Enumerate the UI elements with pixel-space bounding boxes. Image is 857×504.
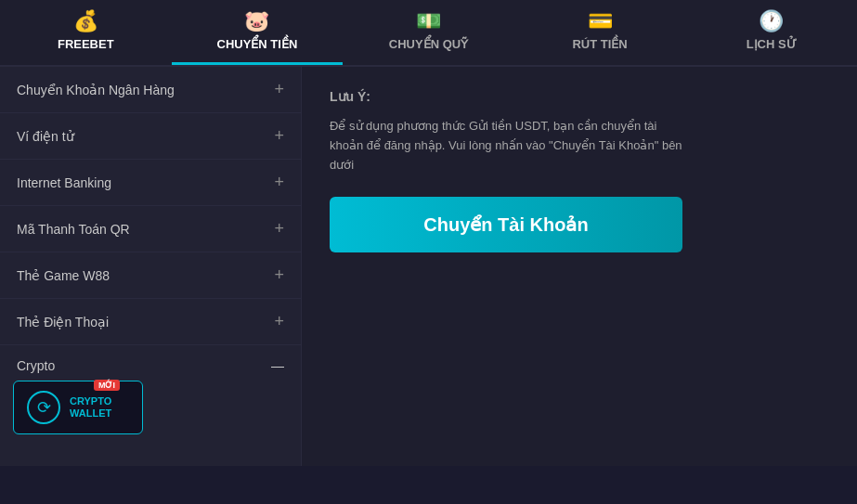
main-content: Chuyển Khoản Ngân Hàng + Ví điện tử + In… xyxy=(0,67,857,466)
crypto-label: Crypto xyxy=(17,358,55,373)
sidebar-item-the-dien-thoai[interactable]: Thẻ Điện Thoại + xyxy=(0,299,301,345)
chuyen-tien-icon: 🐷 xyxy=(244,11,269,32)
tab-lich-su-label: LỊCH SỬ xyxy=(747,37,797,51)
tab-chuyen-quy[interactable]: 💵 CHUYỂN QUỸ xyxy=(343,0,514,65)
transfer-account-button[interactable]: Chuyển Tài Khoản xyxy=(330,197,682,252)
sidebar-label-vi-dien-tu: Ví điện tử xyxy=(17,129,74,144)
top-navigation: 💰 FREEBET 🐷 CHUYỂN TIỀN 💵 CHUYỂN QUỸ 💳 R… xyxy=(0,0,857,67)
crypto-wallet-text: CRYPTO WALLET xyxy=(70,395,111,420)
new-badge: MỚI xyxy=(94,380,120,391)
lich-su-icon: 🕐 xyxy=(759,11,784,32)
tab-rut-tien-label: RÚT TIỀN xyxy=(572,37,627,51)
sidebar-item-the-game[interactable]: Thẻ Game W88 + xyxy=(0,252,301,299)
right-panel: Lưu Ý: Để sử dụng phương thức Gửi tiền U… xyxy=(302,67,857,466)
rut-tien-icon: 💳 xyxy=(588,11,613,32)
expand-icon-4: + xyxy=(274,265,284,285)
tab-lich-su[interactable]: 🕐 LỊCH SỬ xyxy=(685,0,857,65)
sidebar-label-the-dien-thoai: Thẻ Điện Thoại xyxy=(17,315,109,330)
sidebar-label-ma-qr: Mã Thanh Toán QR xyxy=(17,222,130,237)
sidebar-item-vi-dien-tu[interactable]: Ví điện tử + xyxy=(0,113,301,160)
sidebar-item-crypto-header[interactable]: Crypto — xyxy=(0,345,301,381)
note-text: Để sử dụng phương thức Gửi tiền USDT, bạ… xyxy=(330,117,682,174)
tab-freebet[interactable]: 💰 FREEBET xyxy=(0,0,172,65)
sidebar-label-the-game: Thẻ Game W88 xyxy=(17,268,110,283)
chuyen-quy-icon: 💵 xyxy=(416,11,441,32)
collapse-icon-crypto: — xyxy=(271,358,284,373)
expand-icon-3: + xyxy=(274,219,284,239)
sidebar-label-chuyen-khoan: Chuyển Khoản Ngân Hàng xyxy=(17,83,175,97)
sidebar: Chuyển Khoản Ngân Hàng + Ví điện tử + In… xyxy=(0,67,302,466)
tab-chuyen-tien-label: CHUYỂN TIỀN xyxy=(217,37,298,51)
crypto-logo-icon: ⟳ xyxy=(27,391,60,424)
sidebar-item-internet-banking[interactable]: Internet Banking + xyxy=(0,160,301,206)
crypto-wallet-line2: WALLET xyxy=(70,407,111,420)
tab-freebet-label: FREEBET xyxy=(58,37,114,51)
tab-rut-tien[interactable]: 💳 RÚT TIỀN xyxy=(514,0,686,65)
tab-chuyen-tien[interactable]: 🐷 CHUYỂN TIỀN xyxy=(172,0,344,65)
note-label: Lưu Ý: xyxy=(330,89,829,104)
crypto-wallet-button[interactable]: MỚI ⟳ CRYPTO WALLET xyxy=(13,381,143,434)
crypto-wallet-line1: CRYPTO xyxy=(70,395,111,407)
sidebar-item-ma-qr[interactable]: Mã Thanh Toán QR + xyxy=(0,206,301,252)
expand-icon-2: + xyxy=(274,173,284,192)
sidebar-item-chuyen-khoan[interactable]: Chuyển Khoản Ngân Hàng + xyxy=(0,67,301,113)
sidebar-label-internet-banking: Internet Banking xyxy=(17,175,111,190)
tab-chuyen-quy-label: CHUYỂN QUỸ xyxy=(389,37,468,51)
crypto-wallet-container: MỚI ⟳ CRYPTO WALLET xyxy=(0,381,301,434)
expand-icon-0: + xyxy=(274,80,284,99)
freebet-icon: 💰 xyxy=(73,11,98,32)
expand-icon-5: + xyxy=(274,312,284,331)
expand-icon-1: + xyxy=(274,126,284,146)
